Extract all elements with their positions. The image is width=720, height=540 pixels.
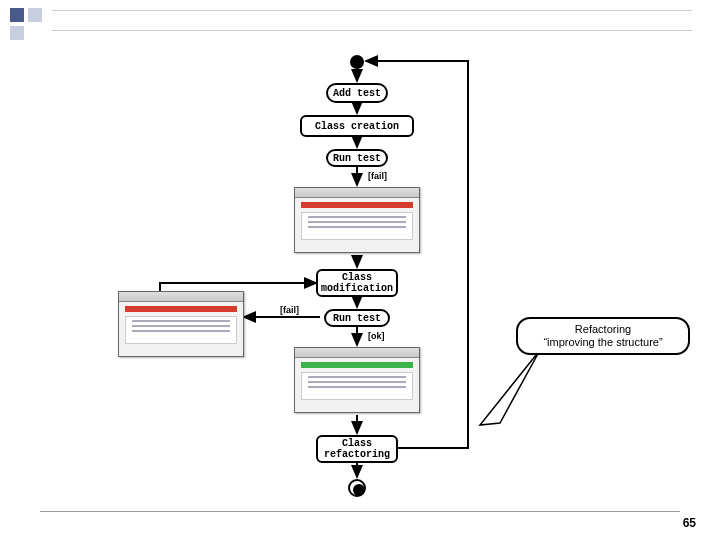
callout-refactoring: Refactoring “improving the structure” — [516, 317, 690, 355]
callout-line-1: Refactoring — [528, 323, 678, 336]
window-body — [301, 372, 413, 400]
step-run-test-1: Run test — [326, 149, 388, 167]
window-titlebar — [295, 188, 419, 198]
window-titlebar — [295, 348, 419, 358]
step-class-creation: Class creation — [300, 115, 414, 137]
test-result-window-fail — [294, 187, 420, 253]
window-body — [125, 316, 237, 344]
initial-node — [350, 55, 364, 69]
decor-line — [52, 10, 692, 11]
decor-square-dark — [10, 8, 24, 22]
label-ok: [ok] — [368, 331, 385, 341]
step-class-refactoring: Class refactoring — [316, 435, 398, 463]
window-body — [301, 212, 413, 240]
activity-diagram: Add test Class creation Run test [fail] … — [0, 45, 720, 505]
test-result-window-ok — [294, 347, 420, 413]
test-status-bar-green — [301, 362, 413, 368]
final-node — [348, 479, 366, 497]
label-fail-1: [fail] — [368, 171, 387, 181]
test-result-window-fail-2 — [118, 291, 244, 357]
decor-square-light-2 — [10, 26, 24, 40]
decor-square-light-1 — [28, 8, 42, 22]
test-status-bar-red — [301, 202, 413, 208]
step-class-modification: Class modification — [316, 269, 398, 297]
test-status-bar-red — [125, 306, 237, 312]
decor-line — [52, 30, 692, 31]
step-run-test-2: Run test — [324, 309, 390, 327]
label-fail-2: [fail] — [280, 305, 299, 315]
footer-line — [40, 511, 680, 512]
window-titlebar — [119, 292, 243, 302]
page-number: 65 — [683, 516, 696, 530]
callout-line-2: “improving the structure” — [528, 336, 678, 349]
step-add-test: Add test — [326, 83, 388, 103]
